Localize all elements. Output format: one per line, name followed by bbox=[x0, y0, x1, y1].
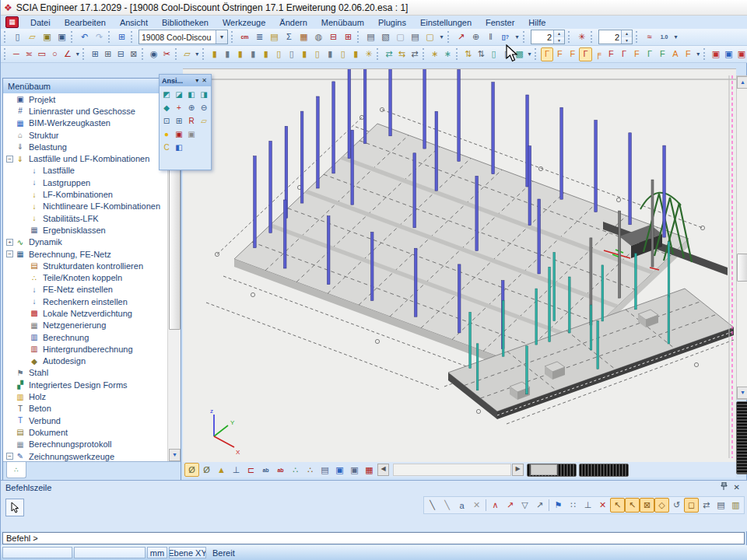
zoom-out-icon[interactable]: ⊖ bbox=[198, 102, 210, 114]
tree-item-bim-werkzeugkasten[interactable]: ▦BIM-Werkzeugkasten bbox=[3, 117, 169, 129]
hscrollbar-thumb[interactable] bbox=[531, 464, 557, 475]
tree-item-stabilit-ts-lfk[interactable]: ↓Stabilitäts-LFK bbox=[3, 212, 169, 224]
snap-orthogonal-icon[interactable]: ◇ bbox=[654, 498, 669, 513]
copy-multi-icon[interactable]: ⊞ bbox=[102, 47, 115, 61]
snap-endpoint-icon[interactable]: ↖ bbox=[625, 498, 640, 513]
toolbar-overflow-icon[interactable]: ▾ bbox=[437, 31, 446, 44]
beam-tool-icon[interactable]: ▮ bbox=[247, 47, 260, 61]
shell-tool-icon[interactable]: ▮ bbox=[349, 47, 363, 61]
redo-icon[interactable]: ↷ bbox=[92, 30, 107, 44]
copy-prop-2-icon[interactable]: ▯ bbox=[500, 47, 514, 61]
document-edit-icon[interactable]: ▢ bbox=[423, 30, 437, 44]
decimal-places-icon[interactable]: 1.0 bbox=[657, 30, 672, 44]
support-nonlinear-icon[interactable]: F bbox=[630, 47, 644, 61]
tree-item-ergebnisklassen[interactable]: ▦Ergebnisklassen bbox=[3, 224, 169, 236]
notes-icon[interactable]: ▥ bbox=[728, 498, 743, 513]
copy-add-icon[interactable]: ⊞ bbox=[89, 47, 102, 61]
fast-display-2-icon[interactable]: ▣ bbox=[347, 463, 362, 477]
tree-item-beton[interactable]: TBeton bbox=[3, 403, 169, 415]
fast-display-3-icon[interactable]: ▦ bbox=[362, 463, 377, 477]
label-abs-icon[interactable]: ab bbox=[273, 463, 288, 477]
hinge-3-icon[interactable]: ⇄ bbox=[409, 47, 422, 61]
scale-members-icon[interactable]: ✳ bbox=[574, 30, 589, 44]
view-3d-cube-icon[interactable]: ◧ bbox=[174, 142, 185, 153]
support-fixed-icon[interactable]: Γ bbox=[541, 47, 554, 61]
viewport-vscrollbar[interactable]: ▲ ▼ bbox=[736, 75, 747, 400]
scroll-up-icon[interactable]: ▲ bbox=[737, 76, 747, 89]
snap-tangent-icon[interactable]: ↺ bbox=[669, 498, 684, 513]
support-point-icon[interactable]: ╒ bbox=[592, 47, 605, 61]
clipboard-icon[interactable]: ▦ bbox=[296, 30, 311, 44]
dialog-bar-icon[interactable]: ▤ bbox=[714, 498, 728, 513]
collapse-icon[interactable]: − bbox=[6, 453, 13, 460]
view-scale-spinner[interactable]: 2▲▼ bbox=[531, 30, 565, 44]
hinge-2-icon[interactable]: ⇆ bbox=[395, 47, 409, 61]
load-import-icon[interactable]: ▣ bbox=[710, 47, 723, 61]
toolbar-overflow-icon[interactable]: ▾ bbox=[513, 31, 521, 44]
menu-werkzeuge[interactable]: Werkzeuge bbox=[216, 17, 272, 28]
layers-icon[interactable]: ≣ bbox=[252, 30, 267, 44]
zoom-window-icon[interactable]: ⊡ bbox=[161, 115, 173, 127]
load-copy-icon[interactable]: ▣ bbox=[735, 47, 747, 61]
menu-fenster[interactable]: Fenster bbox=[479, 17, 521, 28]
snap-line-icon[interactable]: ╲ bbox=[425, 498, 440, 513]
snap-node-icon[interactable]: ∧ bbox=[488, 498, 503, 513]
palette-header[interactable]: Ansi... ▾ ✕ bbox=[160, 75, 211, 86]
tree-item-lastf-lle-und-lf-kombinationen[interactable]: −⇓Lastfälle und LF-Kombinationen bbox=[3, 152, 169, 164]
view-bottom-icon[interactable]: ◆ bbox=[161, 102, 173, 114]
snap-polygon-icon[interactable]: ▽ bbox=[517, 498, 532, 513]
spinner-up-icon[interactable]: ▲ bbox=[554, 30, 564, 37]
draw-dimension-icon[interactable]: ≍ bbox=[23, 47, 36, 61]
tree-item-projekt[interactable]: ▣Projekt bbox=[3, 93, 169, 105]
view-y-icon[interactable]: ◪ bbox=[174, 89, 185, 100]
undo-icon[interactable]: ↶ bbox=[77, 30, 92, 44]
hinge-1-icon[interactable]: ⇄ bbox=[383, 47, 396, 61]
menubaum-tab[interactable]: ∴ bbox=[6, 462, 26, 478]
tree-item-berechnung[interactable]: ▥Berechnung bbox=[3, 331, 169, 343]
support-flexible-icon[interactable]: Γ bbox=[618, 47, 631, 61]
draw-line-icon[interactable]: ─ bbox=[10, 47, 23, 61]
project-combo[interactable]: 19008 Cool-Discou▾ bbox=[139, 30, 228, 44]
support-edge-icon[interactable]: F bbox=[682, 47, 695, 61]
project-data-icon[interactable]: ▤ bbox=[267, 30, 282, 44]
tree-item-lf-kombinationen[interactable]: ↓LF-Kombinationen bbox=[3, 188, 169, 200]
view-z-icon[interactable]: ◧ bbox=[186, 89, 198, 100]
tree-item-netzgenerierung[interactable]: ▦Netzgenerierung bbox=[3, 320, 169, 331]
menu-bibliotheken[interactable]: Bibliotheken bbox=[155, 17, 216, 28]
spinner-down-icon[interactable]: ▼ bbox=[554, 37, 564, 44]
copy-rotate-icon[interactable]: ⊠ bbox=[128, 47, 141, 61]
model-viewport[interactable]: zYX bbox=[183, 68, 736, 463]
label-abc-icon[interactable]: ab bbox=[258, 463, 273, 477]
snap-length-icon[interactable]: ⇄ bbox=[699, 498, 714, 513]
copy-prop-1-icon[interactable]: ▯ bbox=[487, 47, 500, 61]
tree-item-linienraster-und-geschosse[interactable]: #Linienraster und Geschosse bbox=[3, 105, 169, 117]
close-icon[interactable]: ✕ bbox=[200, 77, 209, 84]
system-lines-icon[interactable]: ⊏ bbox=[244, 463, 258, 477]
tree-item-holz[interactable]: ▥Holz bbox=[3, 390, 169, 402]
view-x-icon[interactable]: ◩ bbox=[161, 89, 173, 100]
tree-item-struktur[interactable]: ⌂Struktur bbox=[3, 129, 169, 141]
table-input-icon[interactable]: ⊟ bbox=[326, 30, 341, 44]
draw-circle-icon[interactable]: ○ bbox=[48, 47, 61, 61]
cursor-mode-button[interactable] bbox=[5, 499, 24, 516]
truss-tool-icon[interactable]: ▯ bbox=[311, 47, 324, 61]
internal-node-icon[interactable]: ▮ bbox=[298, 47, 311, 61]
scroll-left-icon[interactable]: ◀ bbox=[377, 464, 389, 476]
print-icon[interactable]: ▤ bbox=[363, 30, 378, 44]
snap-off-icon[interactable]: ✕ bbox=[469, 498, 484, 513]
member-view-icon[interactable]: ∴ bbox=[303, 463, 317, 477]
units-setup-icon[interactable]: cm bbox=[237, 30, 252, 44]
plate-tool-icon[interactable]: ▮ bbox=[324, 47, 337, 61]
tree-item-berechnungsprotokoll[interactable]: ▦Berechnungsprotokoll bbox=[3, 439, 169, 450]
tree-item-verbund[interactable]: TVerbund bbox=[3, 415, 169, 426]
tree-item-berechnung-fe-netz[interactable]: −▦Berechnung, FE-Netz bbox=[3, 248, 169, 260]
snap-midpoint-icon[interactable]: ↖ bbox=[610, 498, 625, 513]
tree-item-lastf-lle[interactable]: ↓Lastfälle bbox=[3, 165, 169, 177]
tree-item-autodesign[interactable]: ◆Autodesign bbox=[3, 355, 169, 367]
collapse-icon[interactable]: − bbox=[6, 250, 13, 257]
menu-plugins[interactable]: Plugins bbox=[371, 17, 413, 28]
support-pile-icon[interactable]: F bbox=[656, 47, 669, 61]
tree-scroll-down-icon[interactable]: ▼ bbox=[169, 449, 181, 461]
vscrollbar-thumb[interactable] bbox=[737, 254, 747, 282]
snap-endpoint-red-icon[interactable]: ↗ bbox=[503, 498, 517, 513]
